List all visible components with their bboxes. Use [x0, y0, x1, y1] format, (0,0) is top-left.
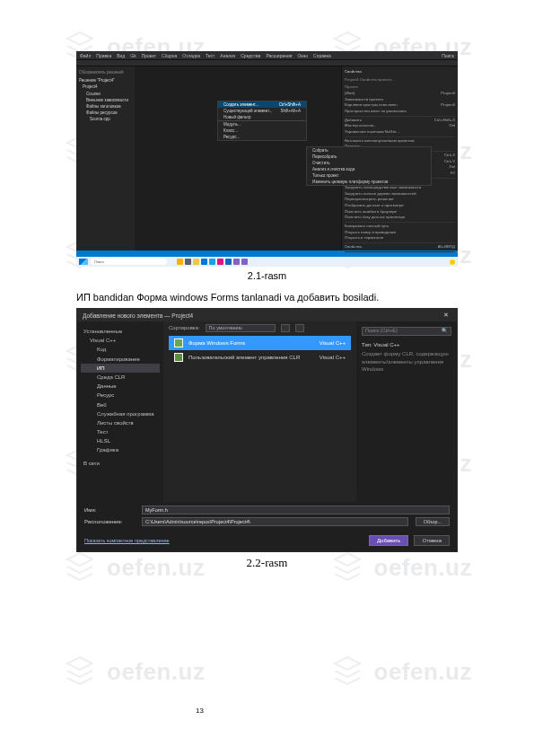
app-icon[interactable] [209, 259, 215, 265]
tree-node[interactable]: Файлы заголовков [79, 103, 132, 110]
app-icon[interactable] [233, 259, 240, 265]
vs-search[interactable]: Поиск [442, 53, 454, 58]
menu-item[interactable]: Проект [142, 53, 156, 58]
props-row[interactable]: Открыть папку в проводнике [345, 230, 455, 236]
menu-item[interactable]: Тест [206, 53, 214, 58]
tree-item[interactable]: Листы свойств [81, 418, 160, 427]
taskbar-weather[interactable] [450, 259, 455, 265]
form-icon [174, 353, 183, 362]
ctx-item[interactable]: Анализ и очистка кода [307, 166, 431, 172]
start-icon[interactable] [79, 259, 88, 265]
tree-node[interactable]: Source.cpp [79, 116, 132, 122]
tree-item[interactable]: Данные [81, 382, 160, 391]
ctx-item[interactable]: Изменить целевую платформу проектов [307, 179, 431, 185]
app-icon[interactable] [185, 259, 191, 265]
template-item[interactable]: Форма Windows Forms Visual C++ [169, 336, 351, 350]
cancel-button[interactable]: Отмена [414, 535, 450, 546]
view-mode-button[interactable] [281, 324, 290, 332]
search-icon: 🔍 [442, 328, 448, 335]
tree-item[interactable]: Ресурс [81, 391, 160, 400]
menu-item[interactable]: Git [130, 53, 136, 58]
form-icon [174, 338, 183, 347]
taskbar-search[interactable]: Поиск [91, 259, 167, 265]
compact-view-link[interactable]: Показать компактное представление [84, 538, 170, 543]
props-row[interactable]: Пространство имен по умолчанию [345, 109, 455, 115]
menu-item[interactable]: Окно [297, 53, 308, 58]
browse-button[interactable]: Обзор... [416, 517, 450, 526]
template-name: Пользовательский элемент управления CLR [188, 355, 300, 360]
app-icon[interactable] [177, 259, 183, 265]
view-mode-button[interactable] [295, 324, 304, 332]
props-row[interactable]: (Имя)Project4 [345, 91, 455, 97]
tree-node[interactable]: Внешние зависимости [79, 97, 132, 103]
props-row[interactable]: СвойстваAlt+ВВОД [345, 244, 455, 251]
tree-online[interactable]: В сети [81, 459, 160, 468]
solution-node[interactable]: Решение "Project4" [79, 77, 132, 84]
tree-item[interactable]: HLSL [81, 436, 160, 445]
menu-item[interactable]: Справка [313, 53, 331, 58]
app-icon[interactable] [201, 259, 207, 265]
ctx-item[interactable]: Класс... [218, 127, 306, 134]
props-row[interactable]: Загрузить непосредственные зависимости [345, 185, 455, 191]
tree-item[interactable]: Тест [81, 427, 160, 436]
close-icon[interactable]: ✕ [441, 311, 451, 320]
menu-item[interactable]: Сборка [162, 53, 177, 58]
props-row[interactable]: Корневое пространство именProject4 [345, 102, 455, 109]
props-row[interactable]: Очистить базу данных просмотра [345, 215, 455, 221]
props-row[interactable]: ДобавитьCtrl+Shift+X [345, 118, 455, 124]
props-row[interactable]: Назначить автозапускаемым проектом [345, 138, 455, 145]
tree-node[interactable]: Ссылки [79, 91, 132, 97]
ctx-item[interactable]: Создать элемент...Ctrl+Shift+A [218, 101, 306, 108]
props-row[interactable]: Очистить ошибки в браузере [345, 209, 455, 215]
props-row[interactable]: Управление пакетами NuGet... [345, 129, 455, 136]
app-icon[interactable] [217, 259, 223, 265]
project-node[interactable]: Project4 [79, 84, 132, 90]
tree-item[interactable]: Код [81, 345, 160, 354]
menu-item[interactable]: Отладка [182, 53, 200, 58]
props-row[interactable]: Зависимости проекта [345, 97, 455, 103]
menu-item[interactable]: Вид [117, 53, 125, 58]
search-input[interactable]: Поиск (Ctrl+E) 🔍 [362, 327, 451, 336]
add-button[interactable]: Добавить [369, 535, 409, 546]
menu-item[interactable]: Средства [241, 53, 260, 58]
ctx-item[interactable]: Очистить [307, 160, 431, 166]
props-row[interactable]: Копировать полный путь [345, 224, 455, 230]
name-input[interactable]: MyForm.h [142, 505, 450, 514]
props-row[interactable]: Отобразить данные о просмотре [345, 203, 455, 209]
menu-item[interactable]: Правка [96, 53, 111, 58]
app-icon[interactable] [241, 259, 248, 265]
tree-item[interactable]: Среда CLR [81, 373, 160, 382]
ctx-item[interactable]: Модуль... [218, 121, 306, 127]
tree-item[interactable]: Форматирование [81, 355, 160, 364]
tree-item[interactable]: Графика [81, 445, 160, 454]
template-item[interactable]: Пользовательский элемент управления CLR … [169, 350, 351, 365]
ctx-item[interactable]: Пересобрать [307, 154, 431, 160]
figure-caption-1: 2.1-rasm [76, 270, 458, 281]
props-row[interactable]: Мастер классов...Del [345, 123, 455, 129]
ctx-item[interactable]: Ресурс... [218, 134, 306, 140]
location-input[interactable]: C:\Users\Admin\source\repos\Project4\Pro… [142, 517, 408, 526]
app-icon[interactable] [225, 259, 232, 265]
app-icon[interactable] [193, 259, 199, 265]
add-item-dialog: Добавление нового элемента — Project4 ✕ … [76, 308, 458, 552]
tree-node[interactable]: Файлы ресурсов [79, 110, 132, 116]
tree-item[interactable]: Веб [81, 400, 160, 409]
ctx-item[interactable]: Собрать [307, 147, 431, 154]
tree-item[interactable]: Visual C++ [81, 336, 160, 345]
ctx-item[interactable]: Существующий элемент...Shift+Alt+A [218, 108, 306, 114]
menu-item[interactable]: Расширения [266, 53, 292, 58]
menu-item[interactable]: Файл [80, 53, 91, 58]
figure-caption-2: 2.2-rasm [76, 556, 458, 570]
ctx-item[interactable]: Новый фильтр [218, 114, 306, 120]
menu-item[interactable]: Анализ [220, 53, 235, 58]
type-label: Тип: [362, 342, 372, 347]
props-row[interactable]: Перепросмотреть решение [345, 197, 455, 203]
tree-root[interactable]: Установленные [81, 327, 160, 336]
tree-item[interactable]: Служебная программа [81, 409, 160, 418]
sort-dropdown[interactable]: По умолчанию [206, 324, 276, 332]
props-row[interactable]: Загрузить полное дерево зависимостей [345, 191, 455, 198]
ctx-item[interactable]: Только проект [307, 172, 431, 179]
props-group-header: Прочее [345, 84, 455, 91]
tree-item-selected[interactable]: ИП [81, 364, 160, 373]
props-row[interactable]: Открыть в терминале [345, 235, 455, 242]
